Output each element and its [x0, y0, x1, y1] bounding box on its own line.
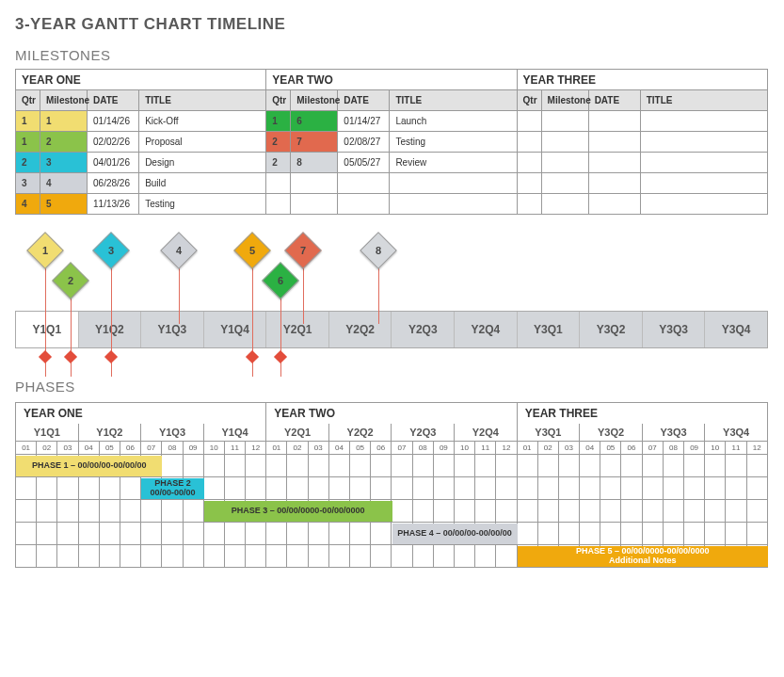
phase-month: 07	[392, 442, 412, 455]
phase-cell	[413, 500, 434, 523]
quarter-label: Y2Q3	[392, 312, 455, 347]
phase-cell	[705, 500, 726, 523]
milestone-diamond-icon: 4	[160, 232, 198, 269]
qtr-cell	[517, 153, 541, 173]
phase-quarter: Y2Q2	[329, 424, 392, 442]
phase-cell	[434, 477, 455, 500]
qtr-cell	[517, 194, 541, 215]
phase-cell	[141, 500, 162, 523]
milestone-drop-icon	[39, 350, 52, 363]
phase-month: 01	[16, 442, 37, 455]
phase-cell	[455, 545, 475, 568]
phase-cell	[329, 455, 350, 477]
phase-month: 01	[266, 442, 287, 455]
milestone-cell	[541, 153, 588, 173]
phase-cell	[266, 523, 287, 545]
col-qtr: Qtr	[517, 90, 541, 111]
phase-month: 08	[162, 442, 183, 455]
phase-cell	[120, 523, 141, 545]
phase-cell	[413, 455, 434, 477]
phase-cell	[392, 545, 412, 568]
phase-cell	[371, 523, 392, 545]
phase-cell	[684, 477, 705, 500]
phase-cell	[747, 477, 768, 500]
quarter-label: Y1Q2	[79, 312, 142, 347]
phase-month: 02	[538, 442, 559, 455]
phase-cell	[455, 500, 475, 523]
phase-cell	[475, 500, 496, 523]
phase-month: 07	[141, 442, 162, 455]
qtr-cell: 1	[16, 111, 40, 132]
phase-cell	[726, 477, 746, 500]
year-two-header: YEAR TWO	[266, 70, 517, 90]
phase-cell	[225, 523, 246, 545]
title-cell	[640, 153, 767, 173]
phase-cell	[392, 477, 412, 500]
title-cell: Design	[139, 153, 266, 173]
qtr-cell	[517, 111, 541, 132]
phase-cell	[266, 455, 287, 477]
milestone-cell: 3	[40, 153, 88, 173]
phase-cell	[162, 545, 183, 568]
phase-cell	[309, 545, 329, 568]
phase-quarter: Y1Q4	[204, 424, 267, 442]
phase-cell	[747, 523, 768, 545]
phase-month: 12	[246, 442, 266, 455]
phase-cell	[120, 500, 141, 523]
milestone-cell: 5	[40, 194, 88, 215]
phase-month: 09	[434, 442, 455, 455]
milestone-drop-icon	[246, 350, 259, 363]
col-qtr: Qtr	[266, 90, 291, 111]
milestone-cell: 8	[291, 153, 338, 173]
col-date: DATE	[88, 90, 139, 111]
phase-cell	[120, 477, 141, 500]
milestone-diamond-icon: 7	[284, 232, 322, 269]
phase-quarter: Y1Q2	[79, 424, 142, 442]
phase-cell	[266, 545, 287, 568]
milestone-stem	[179, 260, 180, 324]
phase-cell	[184, 500, 204, 523]
phase-cell	[57, 523, 78, 545]
year-three-header: YEAR THREE	[517, 70, 767, 90]
date-cell	[588, 194, 640, 215]
phase-cell	[434, 545, 455, 568]
quarter-label: Y2Q4	[455, 312, 518, 347]
milestone-cell: 4	[40, 173, 88, 194]
phase-quarter: Y1Q3	[141, 424, 204, 442]
milestone-stem	[71, 290, 72, 377]
milestone-cell	[541, 173, 588, 194]
phase-quarter: Y3Q4	[705, 424, 768, 442]
phase-cell	[496, 500, 517, 523]
phase-cell	[518, 477, 538, 500]
phase-quarter: Y1Q1	[16, 424, 79, 442]
phase-quarter: Y2Q4	[455, 424, 518, 442]
phase-cell	[475, 545, 496, 568]
quarter-label: Y3Q2	[580, 312, 643, 347]
date-cell	[338, 173, 390, 194]
phase-cell	[600, 477, 621, 500]
phase-cell	[538, 455, 559, 477]
phase-cell	[559, 500, 580, 523]
quarter-label: Y3Q4	[705, 312, 767, 347]
milestone-diamond-icon: 6	[262, 262, 299, 299]
milestone-diamond-icon: 5	[233, 232, 271, 269]
phase-month: 11	[475, 442, 496, 455]
col-milestone: Milestone	[40, 90, 88, 111]
phase-cell	[684, 523, 705, 545]
phase-cell	[329, 545, 350, 568]
quarter-label: Y2Q1	[266, 312, 329, 347]
title-cell: Proposal	[139, 132, 266, 153]
phase-bar: PHASE 1 – 00/00/00-00/00/00	[16, 456, 162, 476]
year-one-header: YEAR ONE	[16, 70, 266, 90]
phase-row: PHASE 3 – 00/00/0000-00/00/0000	[15, 500, 768, 523]
phase-cell	[350, 477, 371, 500]
phase-cell	[621, 477, 642, 500]
phase-quarter: Y3Q1	[518, 424, 581, 442]
phase-cell	[518, 455, 538, 477]
milestone-drop-icon	[274, 350, 287, 363]
phase-cell	[225, 477, 246, 500]
phase-cell	[100, 545, 120, 568]
phase-month: 05	[100, 442, 120, 455]
phase-cell	[705, 523, 726, 545]
col-date: DATE	[588, 90, 640, 111]
